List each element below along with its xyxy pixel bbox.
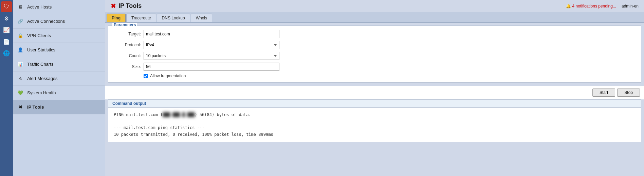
active-connections-icon: 🔗 <box>17 18 24 25</box>
command-output-legend: Command output <box>108 100 641 108</box>
allow-fragmentation-label: Allow fragmentation <box>150 74 186 78</box>
sidebar-item-label: Alert Messages <box>27 76 58 81</box>
traffic-charts-icon: 📊 <box>17 61 24 68</box>
target-row: Target: <box>114 30 636 38</box>
notifications-link[interactable]: 🔔 4 notifications pending... <box>566 4 616 9</box>
ip-tools-icon: ✖ <box>17 104 24 111</box>
sidebar: 🖥 Active Hosts 🔗 Active Connections 🔒 VP… <box>13 0 105 176</box>
system-health-icon: 💚 <box>17 90 24 96</box>
notifications-text: 4 notifications pending... <box>572 4 616 9</box>
count-label: Count: <box>114 53 141 58</box>
protocol-select[interactable]: IPv4 IPv6 <box>144 41 279 49</box>
tab-ping[interactable]: Ping <box>107 14 126 22</box>
count-select[interactable]: 5 packets 10 packets 20 packets 50 packe… <box>144 52 279 60</box>
output-line-4: 10 packets transmitted, 0 received, 100%… <box>114 131 636 138</box>
shield-icon[interactable]: 🛡 <box>1 1 12 12</box>
command-output-body: PING mail.test.com (███.███.█.███) 56(84… <box>108 108 641 142</box>
size-row: Size: <box>114 63 636 71</box>
sidebar-item-label: Active Hosts <box>27 4 52 10</box>
header-title-group: ✖ IP Tools <box>111 2 142 10</box>
command-output-panel: Command output PING mail.test.com (███.█… <box>108 99 641 142</box>
sidebar-item-ip-tools[interactable]: ✖ IP Tools <box>13 100 105 114</box>
gear-icon[interactable]: ⚙ <box>1 13 12 24</box>
blurred-ip: ███.███.█.███ <box>163 112 195 118</box>
size-input[interactable] <box>144 63 279 71</box>
size-label: Size: <box>114 64 141 69</box>
allow-fragmentation-checkbox[interactable] <box>144 74 148 78</box>
user-statistics-icon: 👤 <box>17 47 24 53</box>
protocol-label: Protocol: <box>114 43 141 47</box>
target-input[interactable] <box>144 30 279 38</box>
count-row: Count: 5 packets 10 packets 20 packets 5… <box>114 52 636 60</box>
admin-label: admin-en <box>622 4 639 9</box>
sidebar-item-traffic-charts[interactable]: 📊 Traffic Charts <box>13 57 105 71</box>
parameters-panel: Parameters Target: Protocol: IPv4 IPv6 C… <box>108 26 641 83</box>
sidebar-item-label: System Health <box>27 90 56 95</box>
sidebar-item-label: Traffic Charts <box>27 62 53 67</box>
globe-icon[interactable]: 🌐 <box>1 48 12 59</box>
sidebar-item-label: IP Tools <box>27 105 44 110</box>
vpn-clients-icon: 🔒 <box>17 32 24 39</box>
target-label: Target: <box>114 32 141 36</box>
parameters-legend: Parameters <box>112 23 137 27</box>
tab-whois[interactable]: Whois <box>191 14 212 22</box>
sidebar-item-label: VPN Clients <box>27 33 51 38</box>
fragmentation-row: Allow fragmentation <box>144 74 636 78</box>
page-title: IP Tools <box>118 2 142 10</box>
output-line-3: --- mail.test.com ping statistics --- <box>114 125 636 131</box>
tab-traceroute[interactable]: Traceroute <box>126 14 156 22</box>
ip-tools-title-icon: ✖ <box>111 2 116 10</box>
stop-button[interactable]: Stop <box>617 89 640 97</box>
sidebar-item-active-hosts[interactable]: 🖥 Active Hosts <box>13 0 105 14</box>
protocol-row: Protocol: IPv4 IPv6 <box>114 41 636 49</box>
start-button[interactable]: Start <box>592 89 615 97</box>
sidebar-item-label: Active Connections <box>27 19 65 24</box>
sidebar-item-system-health[interactable]: 💚 System Health <box>13 86 105 100</box>
header-right: 🔔 4 notifications pending... admin-en <box>566 4 639 9</box>
active-hosts-icon: 🖥 <box>17 4 24 11</box>
alert-messages-icon: ⚠ <box>17 75 24 82</box>
action-buttons: Start Stop <box>105 85 644 99</box>
sidebar-item-vpn-clients[interactable]: 🔒 VPN Clients <box>13 29 105 43</box>
header: ✖ IP Tools 🔔 4 notifications pending... … <box>105 0 644 12</box>
chart-icon[interactable]: 📈 <box>1 25 12 35</box>
sidebar-item-label: User Statistics <box>27 47 55 52</box>
sidebar-item-active-connections[interactable]: 🔗 Active Connections <box>13 14 105 29</box>
icon-strip: 🛡 ⚙ 📈 📄 🌐 <box>0 0 13 176</box>
sidebar-item-alert-messages[interactable]: ⚠ Alert Messages <box>13 71 105 86</box>
tab-dns-lookup[interactable]: DNS Lookup <box>157 14 190 22</box>
notification-icon: 🔔 <box>566 4 571 9</box>
sidebar-item-user-statistics[interactable]: 👤 User Statistics <box>13 43 105 57</box>
tabs-bar: Ping Traceroute DNS Lookup Whois <box>105 12 644 23</box>
file-icon[interactable]: 📄 <box>1 36 12 47</box>
output-line-1: PING mail.test.com (███.███.█.███) 56(84… <box>114 112 636 118</box>
main-content: ✖ IP Tools 🔔 4 notifications pending... … <box>105 0 644 176</box>
tab-content: Parameters Target: Protocol: IPv4 IPv6 C… <box>105 23 644 176</box>
